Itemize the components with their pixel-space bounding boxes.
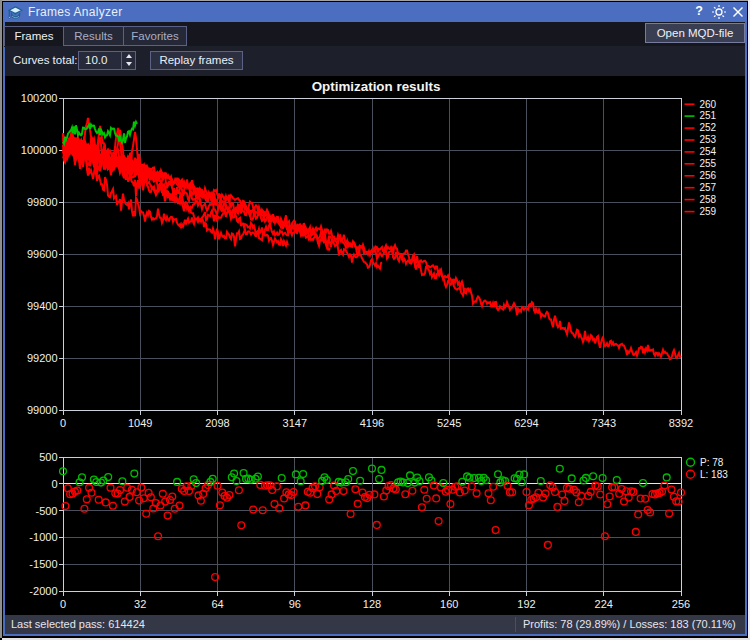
svg-text:99200: 99200 bbox=[27, 352, 58, 364]
svg-text:160: 160 bbox=[440, 598, 458, 610]
svg-text:258: 258 bbox=[700, 194, 717, 205]
svg-text:251: 251 bbox=[700, 110, 717, 121]
svg-text:259: 259 bbox=[700, 206, 717, 217]
svg-text:128: 128 bbox=[363, 598, 381, 610]
svg-text:L: 183: L: 183 bbox=[700, 469, 728, 480]
svg-text:99600: 99600 bbox=[27, 248, 58, 260]
svg-text:P: 78: P: 78 bbox=[700, 457, 724, 468]
svg-text:252: 252 bbox=[700, 122, 717, 133]
svg-text:4196: 4196 bbox=[360, 417, 384, 429]
svg-text:500: 500 bbox=[39, 451, 57, 463]
svg-text:254: 254 bbox=[700, 146, 717, 157]
svg-text:99000: 99000 bbox=[27, 404, 58, 416]
svg-text:96: 96 bbox=[289, 598, 301, 610]
svg-text:256: 256 bbox=[672, 598, 690, 610]
svg-text:255: 255 bbox=[700, 158, 717, 169]
svg-text:5245: 5245 bbox=[437, 417, 461, 429]
svg-text:224: 224 bbox=[595, 598, 613, 610]
svg-text:6294: 6294 bbox=[514, 417, 538, 429]
svg-text:99400: 99400 bbox=[27, 300, 58, 312]
svg-text:192: 192 bbox=[517, 598, 535, 610]
svg-text:253: 253 bbox=[700, 134, 717, 145]
svg-text:0: 0 bbox=[51, 478, 57, 490]
svg-text:0: 0 bbox=[60, 598, 66, 610]
svg-text:7343: 7343 bbox=[592, 417, 616, 429]
svg-text:-500: -500 bbox=[35, 505, 57, 517]
svg-text:260: 260 bbox=[700, 99, 717, 110]
svg-text:256: 256 bbox=[700, 170, 717, 181]
svg-text:64: 64 bbox=[211, 598, 223, 610]
svg-text:32: 32 bbox=[134, 598, 146, 610]
svg-text:8392: 8392 bbox=[669, 417, 693, 429]
svg-text:2098: 2098 bbox=[205, 417, 229, 429]
svg-text:100000: 100000 bbox=[21, 144, 58, 156]
svg-text:-2000: -2000 bbox=[29, 585, 57, 597]
svg-text:3147: 3147 bbox=[283, 417, 307, 429]
svg-text:257: 257 bbox=[700, 182, 717, 193]
svg-text:1049: 1049 bbox=[128, 417, 152, 429]
svg-text:0: 0 bbox=[60, 417, 66, 429]
svg-text:-1000: -1000 bbox=[29, 531, 57, 543]
svg-text:Optimization results: Optimization results bbox=[312, 79, 441, 94]
svg-text:99800: 99800 bbox=[27, 196, 58, 208]
svg-text:100200: 100200 bbox=[21, 92, 58, 104]
svg-text:-1500: -1500 bbox=[29, 558, 57, 570]
